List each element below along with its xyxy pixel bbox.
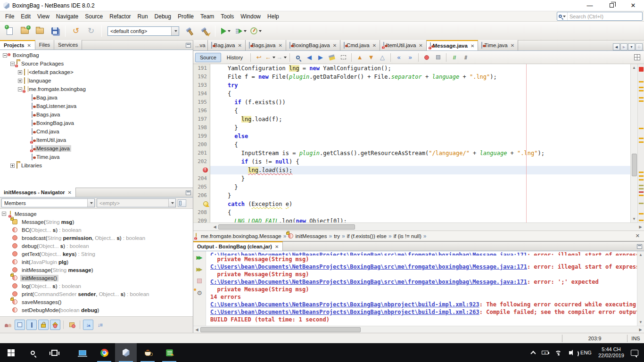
quick-search[interactable] (557, 12, 643, 21)
menu-source[interactable]: Source (82, 12, 106, 21)
tree-item[interactable]: Bags.java (0, 110, 193, 119)
breadcrumb-item[interactable]: if (f.exists()) else (347, 233, 387, 239)
close-icon[interactable]: ✕ (419, 43, 422, 48)
close-icon[interactable]: ✕ (333, 43, 337, 48)
start-macro-button[interactable] (421, 52, 432, 63)
stripe-mark-icon[interactable] (639, 191, 644, 193)
collapse-icon[interactable] (2, 212, 6, 216)
redo-button[interactable]: ↻ (84, 25, 98, 38)
stripe-mark-icon[interactable] (639, 213, 644, 214)
member-item[interactable]: Message(String msg) (0, 218, 193, 226)
editor-tab[interactable]: BoxingBag.java✕ (286, 40, 340, 50)
stop-build-button[interactable] (195, 277, 204, 285)
minimize-window-icon[interactable] (186, 43, 191, 48)
output-line[interactable]: C:\Users\bean\Documents\NetBeansProjects… (210, 301, 637, 308)
tab-list-dropdown-button[interactable]: ▼ (628, 43, 635, 50)
history-view-button[interactable]: History (222, 53, 248, 62)
tree-item[interactable]: Bag.java (0, 93, 193, 102)
collapse-icon[interactable] (18, 87, 22, 91)
scroll-up-icon[interactable]: ▲ (631, 64, 638, 71)
scroll-tabs-left-button[interactable]: ◀ (613, 43, 620, 50)
member-item[interactable]: getText(Object... keys) : String (0, 250, 193, 258)
editor-tab[interactable]: !ItemUtil.java✕ (380, 40, 427, 50)
output-line[interactable]: C:\Users\bean\Documents\NetBeansProjects… (210, 263, 637, 271)
menu-view[interactable]: View (34, 12, 53, 21)
save-all-button[interactable] (48, 25, 61, 38)
search-scope-button[interactable] (557, 12, 568, 20)
tree-item[interactable]: !ItemUtil.java (0, 136, 193, 144)
back-button[interactable]: ← (265, 52, 275, 63)
collapse-icon[interactable] (3, 53, 7, 58)
stripe-mark-icon[interactable] (639, 141, 644, 143)
open-in-window-icon[interactable] (178, 199, 186, 207)
taskbar-app-java[interactable] (137, 343, 158, 362)
ant-settings-button[interactable]: ⚙ (195, 288, 204, 297)
language-indicator[interactable]: ENG (577, 343, 595, 362)
member-item[interactable]: init(JavaPlugin plg) (0, 258, 193, 266)
close-icon[interactable]: ✕ (511, 43, 514, 48)
toggle-bookmark-button[interactable]: △ (377, 52, 388, 63)
collapse-icon[interactable] (10, 62, 15, 66)
volume-button[interactable] (566, 343, 577, 362)
menu-refactor[interactable]: Refactor (106, 12, 134, 21)
editor-tab[interactable]: Bags.java✕ (246, 40, 286, 50)
close-icon[interactable]: ✕ (238, 43, 242, 48)
code-view[interactable]: 191 YamlConfiguration lng = new YamlConf… (193, 64, 630, 222)
maximize-editor-button[interactable]: □ (636, 43, 643, 50)
stripe-mark-icon[interactable] (639, 67, 644, 72)
taskbar-app-notes[interactable] (158, 343, 180, 362)
menu-tools[interactable]: Tools (217, 12, 237, 21)
next-bookmark-button[interactable]: ▼ (366, 52, 376, 63)
breadcrumb-item[interactable]: initMessages (288, 233, 327, 239)
menu-debug[interactable]: Debug (151, 12, 174, 21)
member-item[interactable]: print(CommandSender sender, Object... s)… (0, 290, 193, 298)
new-project-button[interactable] (18, 25, 31, 38)
tree-item[interactable]: BagListener.java (0, 102, 193, 110)
code-line[interactable]: 201 InputStream is = plugin.getClass().g… (193, 149, 630, 157)
rerun-with-options-button[interactable]: ▶▶ (195, 265, 204, 273)
rectangular-selection-button[interactable] (338, 52, 348, 63)
member-item[interactable]: broadcast(String permission, Object... s… (0, 234, 193, 242)
menu-run[interactable]: Run (134, 12, 151, 21)
output-log[interactable]: C:\Users\bean\Documents\NetBeansProjects… (206, 251, 637, 326)
breadcrumb-item[interactable]: !me.fromgate.boxingbag.Message (196, 233, 281, 239)
show-fields-button[interactable] (15, 320, 25, 330)
error-stripe[interactable] (637, 64, 644, 222)
search-input[interactable] (568, 14, 642, 19)
tree-item[interactable]: Cmd.java (0, 127, 193, 136)
member-item[interactable]: saveMessages() (0, 298, 193, 306)
output-line[interactable]: C:\Users\bean\Documents\NetBeansProjects… (210, 308, 637, 316)
scroll-down-icon[interactable]: ▼ (637, 319, 644, 326)
stripe-mark-icon[interactable] (639, 179, 644, 181)
stripe-mark-icon[interactable] (639, 203, 644, 204)
menu-help[interactable]: Help (264, 12, 282, 21)
tab-projects[interactable]: Projects✕ (0, 40, 35, 49)
restore-button[interactable] (601, 0, 622, 11)
shift-left-button[interactable]: « (394, 52, 404, 63)
code-line[interactable]: 202 if (is != null) { (193, 157, 630, 166)
output-tab[interactable]: Output - BoxingBag (clean,jar)✕ (193, 241, 283, 251)
show-delegates-button[interactable] (66, 320, 77, 330)
next-occurrence-button[interactable]: ▶ (315, 52, 326, 63)
scroll-right-icon[interactable]: ▶ (637, 223, 644, 230)
tree-item[interactable]: !Message.java (0, 144, 193, 153)
navigator-inspect-select[interactable]: <empty> (97, 198, 176, 207)
code-line[interactable]: 194 { (193, 90, 630, 98)
shift-right-button[interactable]: » (405, 52, 415, 63)
member-item[interactable]: initMessage(String message) (0, 266, 193, 274)
close-icon[interactable]: ✕ (372, 43, 376, 48)
close-icon[interactable]: ✕ (275, 244, 279, 249)
menu-navigate[interactable]: Navigate (53, 12, 82, 21)
editor-tab[interactable]: ...va (193, 40, 208, 50)
editor-tab[interactable]: Cmd.java✕ (340, 40, 380, 50)
close-icon[interactable]: ✕ (68, 190, 72, 195)
uncomment-button[interactable]: /̸/ (461, 52, 471, 63)
clean-build-button[interactable] (198, 25, 211, 38)
tree-item[interactable]: BoxingBag.java (0, 119, 193, 127)
output-file-link[interactable]: C:\Users\bean\Documents\NetBeansProjects… (210, 252, 527, 255)
code-line[interactable]: 199 else (193, 132, 630, 140)
code-line[interactable]: 206 } (193, 191, 630, 200)
tree-item[interactable]: !BoxingBag (0, 51, 193, 59)
expand-icon[interactable] (18, 79, 22, 83)
scrollbar-thumb[interactable] (200, 327, 361, 332)
